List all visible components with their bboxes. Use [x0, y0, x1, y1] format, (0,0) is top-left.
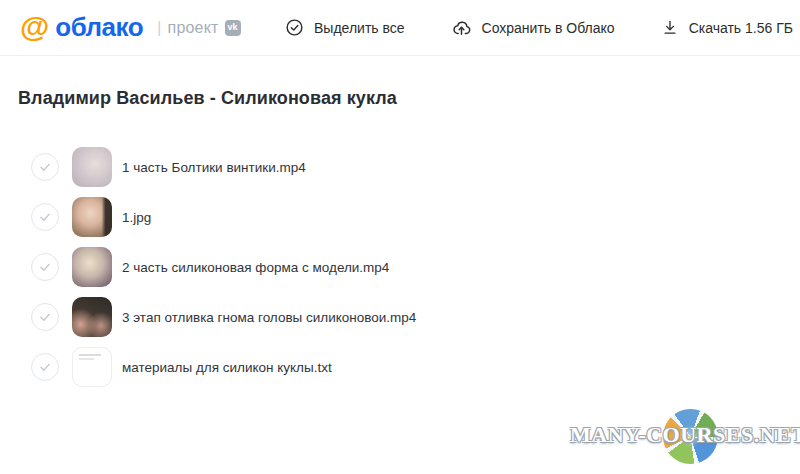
- vk-icon: vk: [225, 20, 241, 36]
- file-checkbox[interactable]: [31, 353, 59, 381]
- file-thumbnail: [72, 197, 112, 237]
- file-row[interactable]: 2 часть силиконовая форма с модели.mp4: [31, 246, 800, 288]
- download-button[interactable]: Скачать 1.56 ГБ: [659, 12, 795, 43]
- file-name: материалы для силикон куклы.txt: [122, 360, 332, 375]
- check-circle-icon: [285, 18, 304, 37]
- file-thumbnail: [72, 297, 112, 337]
- file-row[interactable]: 1.jpg: [31, 196, 800, 238]
- file-row[interactable]: 1 часть Болтики винтики.mp4: [31, 146, 800, 188]
- save-to-cloud-button[interactable]: Сохранить в Облако: [449, 12, 617, 44]
- watermark-text: MANY-COURSES.NET: [570, 422, 800, 448]
- file-thumbnail: [72, 147, 112, 187]
- file-list: 1 часть Болтики винтики.mp4 1.jpg 2 част…: [31, 146, 800, 388]
- file-checkbox[interactable]: [31, 153, 59, 181]
- brand-name: облако: [55, 12, 143, 43]
- file-name: 1 часть Болтики винтики.mp4: [122, 160, 306, 175]
- select-all-button[interactable]: Выделить все: [283, 12, 407, 43]
- check-icon: [38, 260, 52, 274]
- file-thumbnail: [72, 347, 112, 387]
- select-all-label: Выделить все: [314, 20, 405, 36]
- main-content: Владимир Васильев - Силиконовая кукла 1 …: [0, 56, 800, 388]
- header: @ облако | проект vk Выделить все: [0, 0, 800, 56]
- globe-icon: [663, 409, 718, 464]
- file-checkbox[interactable]: [31, 253, 59, 281]
- page-title: Владимир Васильев - Силиконовая кукла: [18, 88, 800, 109]
- check-icon: [38, 310, 52, 324]
- project-label: проект: [168, 19, 219, 37]
- file-row[interactable]: 3 этап отливка гнома головы силиконовои.…: [31, 296, 800, 338]
- download-icon: [661, 18, 679, 37]
- file-thumbnail: [72, 247, 112, 287]
- cloud-logo[interactable]: @ облако | проект vk: [20, 0, 241, 55]
- file-row[interactable]: материалы для силикон куклы.txt: [31, 346, 800, 388]
- watermark: MANY-COURSES.NET: [570, 400, 800, 470]
- divider: |: [157, 18, 161, 38]
- file-name: 1.jpg: [122, 210, 151, 225]
- check-icon: [38, 360, 52, 374]
- file-name: 2 часть силиконовая форма с модели.mp4: [122, 260, 389, 275]
- file-name: 3 этап отливка гнома головы силиконовои.…: [122, 310, 416, 325]
- download-label: Скачать 1.56 ГБ: [689, 20, 793, 36]
- header-actions: Выделить все Сохранить в Облако Скач: [283, 0, 795, 55]
- cloud-upload-icon: [451, 18, 472, 38]
- at-icon: @: [20, 12, 49, 42]
- check-icon: [38, 160, 52, 174]
- save-to-cloud-label: Сохранить в Облако: [482, 20, 615, 36]
- file-checkbox[interactable]: [31, 203, 59, 231]
- file-checkbox[interactable]: [31, 303, 59, 331]
- check-icon: [38, 210, 52, 224]
